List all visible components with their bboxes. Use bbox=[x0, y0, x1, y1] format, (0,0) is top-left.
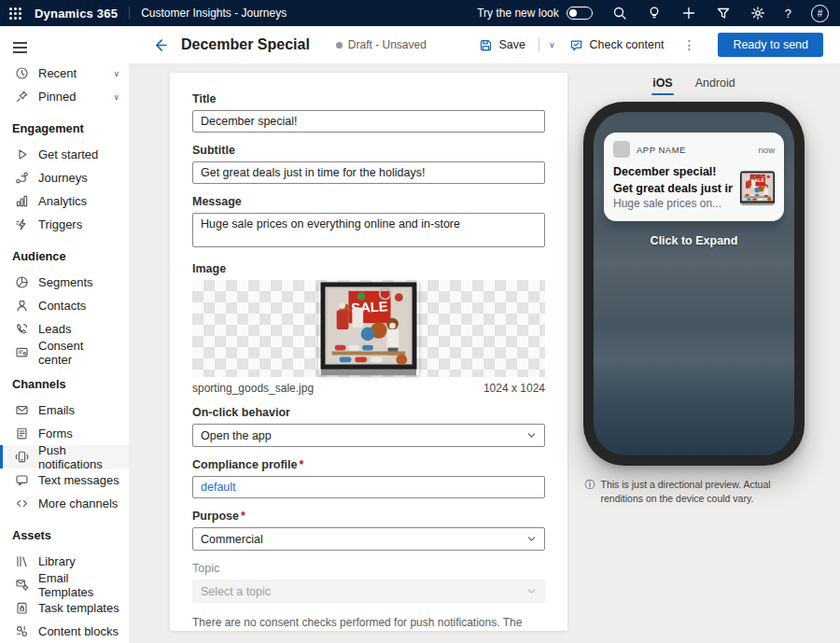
new-look-toggle[interactable] bbox=[567, 7, 593, 20]
pie-icon bbox=[15, 275, 29, 289]
sidebar-item-get-started[interactable]: Get started bbox=[0, 143, 129, 166]
sidebar-item-contacts[interactable]: Contacts bbox=[0, 294, 129, 317]
sidebar-item-segments[interactable]: Segments bbox=[0, 271, 129, 294]
save-button[interactable]: Save bbox=[473, 35, 531, 56]
play-icon bbox=[15, 147, 29, 161]
phone-icon bbox=[15, 322, 29, 336]
check-content-label: Check content bbox=[589, 38, 664, 51]
save-icon bbox=[479, 38, 493, 52]
sidebar-item-email-templates[interactable]: Email Templates bbox=[0, 573, 129, 596]
status-dot bbox=[336, 42, 343, 49]
person-icon bbox=[15, 299, 29, 313]
tab-ios[interactable]: iOS bbox=[651, 73, 675, 95]
app-launcher-icon[interactable] bbox=[7, 6, 23, 21]
add-icon[interactable] bbox=[681, 6, 696, 21]
pin-icon bbox=[15, 90, 29, 104]
image-label: Image bbox=[192, 263, 545, 275]
sidebar-item-more-channels[interactable]: More channels bbox=[0, 492, 129, 515]
channels-code-icon bbox=[15, 496, 29, 510]
collapse-sitemap-icon[interactable] bbox=[0, 32, 129, 62]
check-content-icon bbox=[569, 38, 583, 52]
title-input[interactable] bbox=[192, 110, 545, 133]
sidebar-item-push-notifications[interactable]: Push notifications bbox=[0, 445, 129, 468]
sidebar-item-recent[interactable]: Recent ∨ bbox=[0, 62, 129, 85]
top-nav-bar: Dynamics 365 Customer Insights - Journey… bbox=[0, 0, 840, 26]
sidebar-item-label: Push notifications bbox=[38, 443, 119, 471]
sidebar-group-engagement: Engagement bbox=[0, 108, 129, 143]
check-content-button[interactable]: Check content bbox=[564, 35, 669, 56]
sidebar-item-task-templates[interactable]: Task templates bbox=[0, 596, 129, 620]
back-arrow-icon[interactable] bbox=[153, 35, 172, 54]
sidebar-item-text-messages[interactable]: Text messages bbox=[0, 468, 129, 492]
sidebar-item-triggers[interactable]: Triggers bbox=[0, 213, 129, 236]
brand-title[interactable]: Dynamics 365 bbox=[35, 7, 118, 21]
sidebar-item-library[interactable]: Library bbox=[0, 550, 129, 573]
topic-select[interactable]: Select a topic bbox=[192, 580, 545, 603]
help-icon[interactable]: ? bbox=[785, 7, 791, 21]
sidebar-item-pinned[interactable]: Pinned ∨ bbox=[0, 85, 129, 108]
tab-android[interactable]: Android bbox=[693, 73, 737, 95]
settings-gear-icon[interactable] bbox=[750, 6, 765, 21]
sidebar-item-consent-center[interactable]: Consent center bbox=[0, 341, 129, 364]
sidebar-item-journeys[interactable]: Journeys bbox=[0, 166, 129, 189]
consent-card-icon bbox=[15, 345, 29, 359]
purpose-value: Commercial bbox=[201, 533, 263, 546]
compliance-profile-input[interactable] bbox=[192, 476, 545, 498]
route-icon bbox=[15, 171, 29, 185]
content-area: Title Subtitle Message Huge sale prices … bbox=[129, 63, 840, 643]
required-asterisk: * bbox=[241, 510, 245, 523]
sidebar-item-label: Consent center bbox=[38, 339, 119, 367]
title-label: Title bbox=[192, 93, 545, 105]
device-preview-panel: iOS Android APP NAME now bbox=[567, 71, 820, 506]
consent-note: There are no consent checks performed fo… bbox=[192, 615, 545, 631]
app-name[interactable]: Customer Insights - Journeys bbox=[141, 7, 287, 20]
clock-icon bbox=[15, 66, 29, 80]
ready-to-send-button[interactable]: Ready to send bbox=[718, 33, 823, 57]
form-icon bbox=[15, 426, 29, 440]
image-dimensions: 1024 x 1024 bbox=[483, 382, 545, 395]
sidebar-item-label: Email Templates bbox=[38, 571, 119, 599]
phone-screen: APP NAME now December special! Get great… bbox=[594, 112, 794, 455]
sidebar-item-analytics[interactable]: Analytics bbox=[0, 189, 129, 213]
save-split-chevron-icon[interactable]: ∨ bbox=[547, 36, 557, 53]
dynamics-365-window: Dynamics 365 Customer Insights - Journey… bbox=[0, 0, 840, 643]
sidebar-item-emails[interactable]: Emails bbox=[0, 398, 129, 422]
notification-body: Huge sale prices on... bbox=[613, 196, 733, 212]
sidebar-item-label: Pinned bbox=[38, 90, 76, 104]
sidebar-item-forms[interactable]: Forms bbox=[0, 422, 129, 445]
envelope-icon bbox=[15, 403, 29, 417]
sidebar-item-content-blocks[interactable]: Content blocks bbox=[0, 620, 129, 643]
sidebar-item-label: Journeys bbox=[38, 171, 88, 185]
bar-chart-icon bbox=[15, 194, 29, 208]
sidebar-item-leads[interactable]: Leads bbox=[0, 317, 129, 341]
sidebar-item-label: Emails bbox=[38, 403, 75, 417]
more-commands-icon[interactable]: ⋮ bbox=[677, 37, 701, 52]
chevron-down-icon[interactable]: ∨ bbox=[113, 69, 119, 78]
filter-icon[interactable] bbox=[716, 6, 731, 21]
on-click-behavior-select[interactable]: Open the app bbox=[192, 424, 545, 447]
chevron-down-icon[interactable]: ∨ bbox=[113, 92, 119, 102]
click-to-expand[interactable]: Click to Expand bbox=[594, 234, 794, 247]
lightbulb-icon[interactable] bbox=[647, 6, 662, 21]
chevron-down-icon bbox=[526, 534, 537, 544]
notification-card[interactable]: APP NAME now December special! Get great… bbox=[604, 133, 784, 221]
on-click-label: On-click behavior bbox=[192, 407, 545, 419]
topic-placeholder: Select a topic bbox=[201, 585, 271, 598]
sidebar-item-label: Get started bbox=[38, 147, 98, 161]
image-filename: sporting_goods_sale.jpg bbox=[192, 382, 314, 395]
uploaded-image[interactable] bbox=[318, 282, 419, 375]
platform-tabs: iOS Android bbox=[651, 73, 737, 95]
sidebar-item-label: Library bbox=[38, 554, 76, 568]
sidebar-item-label: Triggers bbox=[38, 217, 82, 231]
status-text: Draft - Unsaved bbox=[348, 38, 427, 51]
message-textarea[interactable]: Huge sale prices on everything online an… bbox=[192, 213, 545, 247]
subtitle-input[interactable] bbox=[192, 161, 545, 184]
new-look-label: Try the new look bbox=[477, 7, 559, 20]
sidebar-item-label: Text messages bbox=[38, 473, 119, 487]
sidebar-item-label: Segments bbox=[38, 275, 93, 289]
search-icon[interactable] bbox=[612, 6, 627, 21]
preview-disclaimer: ⓘ This is just a directional preview. Ac… bbox=[585, 478, 804, 506]
purpose-select[interactable]: Commercial bbox=[192, 527, 545, 551]
on-click-value: Open the app bbox=[201, 429, 272, 442]
account-avatar[interactable]: # bbox=[811, 5, 829, 22]
